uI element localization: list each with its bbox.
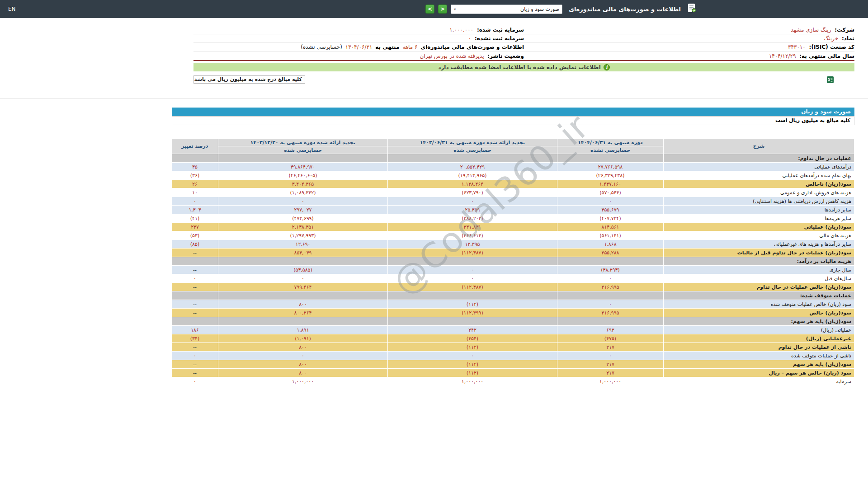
row-value: ۲۳۷ [172, 223, 218, 231]
row-value: ۲۶ [172, 180, 218, 188]
row-value: -- [172, 369, 218, 377]
row-value: ۱,۰۰۰,۰۰۰ [218, 377, 388, 386]
next-report-button[interactable]: > [438, 5, 447, 14]
row-value: ۱۰ [172, 188, 218, 197]
section-header-row: عملیات متوقف شده: [172, 291, 854, 300]
section-header-row: هزینه مالیات بر درآمد: [172, 257, 854, 266]
row-value: ۰ [557, 300, 664, 309]
row-label: ناشی از عملیات متوقف شده [664, 352, 854, 360]
row-value: ۱,۱۳۸,۴۶۴ [388, 180, 557, 188]
row-value [557, 154, 664, 163]
issuer-status-label: وضعیت ناشر: [487, 53, 524, 59]
top-header: اطلاعات و صورت‌های مالی میاندوره‌ای صورت… [0, 0, 868, 18]
signed-data-banner-text: اطلاعات نمایش داده شده با اطلاعات امضا ش… [438, 64, 601, 70]
table-row: هزینه های مالی(۵۶۱,۱۴۱)(۳۶۶,۶۱۳)(۱,۲۹۷,۹… [172, 231, 854, 240]
language-toggle-en[interactable]: EN [8, 6, 16, 12]
row-value: ۲۵,۳۵۹ [388, 206, 557, 214]
table-row: سود(زیان) خالص عملیات در حال تداوم۲۱۶,۹۹… [172, 283, 854, 291]
row-value: (۱۱۲,۳۸۷) [388, 249, 557, 257]
row-value: ۰ [172, 352, 218, 360]
table-row: سایر درآمدها و هزینه های غیرعملیاتی۱,۸۶۸… [172, 240, 854, 249]
excel-export-icon[interactable] [827, 76, 834, 83]
table-row: سود(زیان) پایه هر سهم۲۱۷(۱۱۲)۸۰۰-- [172, 360, 854, 369]
row-value [172, 154, 218, 163]
table-row: سایر درآمدها۳۵۵,۶۷۹۲۵,۳۵۹۲۹۷,۰۲۷۱,۳۰۳ [172, 206, 854, 214]
upper-content: شرکت: رینگ سازی مشهد سرمایه ثبت شده: ۱,۰… [172, 26, 854, 84]
statement-unit-note: کلیه مبالغ به میلیون ریال است [172, 116, 854, 125]
registered-capital-label: سرمایه ثبت شده: [477, 27, 524, 33]
row-label: هزینه های فروش، اداری و عمومی [664, 188, 854, 197]
row-value: (۲۶,۳۲۹,۴۳۸) [557, 171, 664, 180]
table-row: سایر هزینه‌ها(۴۰۷,۷۳۴)(۲۸۸,۲۰۲)(۴۷۳,۶۹۹)… [172, 214, 854, 223]
unregistered-capital-value: ۰ [468, 35, 471, 42]
row-value: -- [172, 283, 218, 291]
row-value: ۳,۴۰۴,۳۶۵ [218, 180, 388, 188]
row-value: ۰ [218, 274, 388, 283]
issuer-status-value: پذیرفته شده در بورس تهران [420, 53, 484, 59]
row-value: ۱,۰۰۰,۰۰۰ [557, 377, 664, 386]
row-value: (۵۳) [172, 231, 218, 240]
row-value [218, 317, 388, 326]
row-value: ۰ [557, 197, 664, 206]
row-value: (۳۵۴) [388, 334, 557, 343]
row-value: (۱۹,۴۱۳,۹۶۵) [388, 171, 557, 180]
period-mid: منتهی به [375, 44, 399, 50]
table-row: سود(زیان) خالص۲۱۶,۹۹۵(۱۱۲,۴۹۹)۸۰۰,۲۶۴-- [172, 309, 854, 317]
col-header-change-percent: درصد تغییر [172, 139, 218, 154]
symbol-label: نماد: [842, 35, 854, 42]
row-value: ۸۵۳,۰۴۹ [218, 249, 388, 257]
row-value: (۳۴) [172, 334, 218, 343]
fiscal-year-label: سال مالی منتهی به: [799, 53, 854, 59]
row-value [218, 154, 388, 163]
row-value: ۳۵ [172, 163, 218, 171]
row-value [557, 291, 664, 300]
row-value: (۴۱) [172, 214, 218, 223]
company-info-table: شرکت: رینگ سازی مشهد سرمایه ثبت شده: ۱,۰… [193, 26, 854, 61]
company-info-row: کد صنعت (ISIC): ۳۴۳۰۱۰ اطلاعات و صورت‌ها… [193, 43, 854, 52]
row-value [388, 317, 557, 326]
company-info-row: نماد: خرینگ سرمایه ثبت نشده: ۰ [193, 34, 854, 43]
codal-report-icon [687, 3, 696, 15]
row-value: (۱,۲۹۷,۹۹۳) [218, 231, 388, 240]
row-label: عملیات در حال تداوم: [664, 154, 854, 163]
table-row: سود (زیان) خالص عملیات متوقف شده۰(۱۱۲)۸۰… [172, 300, 854, 309]
row-value: (۵۶۱,۱۴۱) [557, 231, 664, 240]
row-value: (۴۷۵) [557, 334, 664, 343]
isic-label: کد صنعت (ISIC): [809, 44, 854, 50]
table-row: سود(زیان) عملیاتی۸۱۴,۵۶۱۲۴۱,۸۳۱۲,۱۳۸,۳۵۱… [172, 223, 854, 231]
row-value: (۱۱۲,۴۹۹) [388, 309, 557, 317]
col-subheader-current-audit: حسابرسی نشده [557, 146, 664, 154]
row-label: ناشی از عملیات در حال تداوم [664, 343, 854, 352]
row-value: ۲۱۷ [557, 360, 664, 369]
table-row: سال جاری(۳۸,۲۹۳)۰(۵۳,۵۸۵)-- [172, 266, 854, 274]
table-row: سود(زیان) عملیات در حال تداوم قبل از مال… [172, 249, 854, 257]
row-value: ۶۹۲ [557, 326, 664, 334]
period-end-date: ۱۴۰۴/۰۶/۳۱ [345, 44, 373, 50]
table-row: هزینه کاهش ارزش دریافتنی ها (هزینه استثن… [172, 197, 854, 206]
row-label: درآمدهای عملیاتی [664, 163, 854, 171]
row-value: (۵۳,۵۸۵) [218, 266, 388, 274]
col-header-description: شرح [664, 139, 854, 154]
row-value [557, 257, 664, 266]
report-type-select[interactable]: صورت سود و زیان ▾ [451, 5, 562, 14]
row-value: ۱۲,۶۹۰ [218, 240, 388, 249]
income-statement-body: عملیات در حال تداوم:درآمدهای عملیاتی۲۷,۷… [172, 154, 854, 386]
income-statement-table: شرح دوره منتهی به ۱۴۰۴/۰۶/۳۱ تجدید ارائه… [171, 138, 854, 386]
row-value: ۲۱۶,۹۹۵ [557, 309, 664, 317]
row-value: ۲۷,۷۶۶,۵۹۸ [557, 163, 664, 171]
prev-report-button[interactable]: < [425, 5, 434, 14]
table-row: هزینه های فروش، اداری و عمومی(۵۷۰,۵۴۴)(۶… [172, 188, 854, 197]
signed-data-banner: i اطلاعات نمایش داده شده با اطلاعات امضا… [193, 63, 854, 71]
row-label: غیرعملیاتی (ریال) [664, 334, 854, 343]
row-value: ۰ [388, 197, 557, 206]
row-label: سود (زیان) خالص عملیات متوقف شده [664, 300, 854, 309]
row-value [172, 317, 218, 326]
row-label: بهای تمام شده درآمدهای عملیاتی [664, 171, 854, 180]
row-value [557, 317, 664, 326]
col-header-restated-12m: تجدید ارائه شده دوره منتهی به ۱۴۰۳/۱۲/۳۰ [218, 139, 388, 146]
row-value: ۸۰۰ [218, 343, 388, 352]
row-label: سایر درآمدها و هزینه های غیرعملیاتی [664, 240, 854, 249]
row-value: (۶۲۳,۷۹۰) [388, 188, 557, 197]
table-row: سود(زیان) ناخالص۱,۴۳۷,۱۶۰۱,۱۳۸,۴۶۴۳,۴۰۴,… [172, 180, 854, 188]
col-subheader-restated-12m-audit: حسابرسی شده [218, 146, 388, 154]
